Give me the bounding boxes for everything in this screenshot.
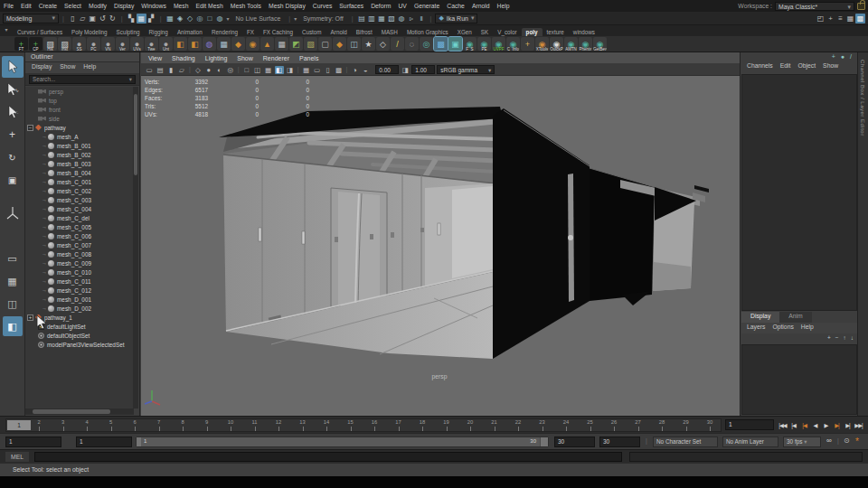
shelf-tab-animation[interactable]: Animation (173, 28, 207, 36)
range-end-handle[interactable] (540, 437, 548, 446)
range-slider-bar[interactable]: 1 30 (136, 436, 549, 447)
shelf-button-Ver[interactable]: ●Ver (116, 37, 129, 51)
shelf-tab-rendering[interactable]: Rendering (207, 28, 242, 36)
snap-together-icon[interactable]: ▦ (845, 14, 855, 23)
highlight-selection-icon[interactable]: ▩ (855, 14, 865, 23)
shelf-button-tool-16[interactable]: ◉ (246, 37, 259, 51)
two-pane-icon[interactable]: ◫ (253, 66, 262, 74)
exposure-icon[interactable]: ◑ (350, 66, 359, 74)
shelf-button-tool-22[interactable]: ◆ (333, 37, 346, 51)
command-input[interactable] (34, 452, 622, 462)
shelf-button-His[interactable]: ▨His (43, 37, 57, 51)
menu-edit[interactable]: Edit (17, 3, 35, 9)
shelf-button-PC[interactable]: ●PC (87, 37, 100, 51)
view-transform-dropdown[interactable]: sRGB gamma ▾ (437, 65, 495, 74)
graph-editor-icon[interactable]: ⊙ (844, 436, 850, 445)
speed-state-icon[interactable]: ● (841, 53, 844, 61)
shelf-button-SS[interactable]: ●SS (72, 37, 86, 51)
step-forward-frame-button[interactable]: ▶| (843, 422, 853, 428)
menu-uv[interactable]: UV (394, 3, 410, 9)
launch-render-view-icon[interactable]: ▹ (407, 14, 417, 23)
chevron-down-icon[interactable]: ▾ (226, 15, 229, 22)
menu-curves[interactable]: Curves (309, 3, 336, 9)
outliner-menu-display[interactable]: Display (32, 63, 52, 73)
shelf-tab-fx-caching[interactable]: FX Caching (259, 28, 297, 36)
bookmarks-icon[interactable]: ▮ (166, 66, 175, 74)
command-language-switch[interactable]: MEL (5, 452, 29, 462)
outliner-item-pathway[interactable]: −pathway (25, 123, 134, 132)
shelf-button-UVs[interactable]: ●UVs (130, 37, 144, 51)
menu-file[interactable]: File (0, 3, 17, 9)
shelf-button-tool-20[interactable]: ▧ (304, 37, 317, 51)
menu-edit-mesh[interactable]: Edit Mesh (193, 3, 227, 9)
ipr-render-icon[interactable]: ▧ (387, 14, 397, 23)
outliner-item-mesh_C_012[interactable]: →mesh_C_012 (25, 286, 134, 295)
menu-modify[interactable]: Modify (85, 3, 110, 9)
shelf-button-XTools[interactable]: ◉XTools (535, 37, 549, 51)
layer-editor-menu-options[interactable]: Options (772, 324, 793, 333)
anim-layer-menu[interactable]: No Anim Layer (722, 436, 778, 447)
two-pane-layout-button[interactable]: ◫ (3, 294, 23, 314)
shelf-button-AMTN[interactable]: ◉AMTN (564, 37, 578, 51)
outliner-item-mesh_B_001[interactable]: →mesh_B_001 (25, 141, 134, 150)
time-slider-ruler[interactable]: 1 23456789101112131415161718192021222324… (5, 418, 722, 432)
shelf-tab-poly-modeling[interactable]: Poly Modeling (67, 28, 112, 36)
snap-projected-center-icon[interactable]: ◎ (194, 14, 204, 23)
perspective-viewport[interactable]: ViewShadingLightingShowRendererPanels ▭▤… (141, 52, 740, 416)
step-back-frame-button[interactable]: |◀ (788, 422, 798, 428)
shelf-button-Unt[interactable]: ●Unt (159, 37, 173, 51)
outliner-item-mesh_C_001[interactable]: →mesh_C_001 (25, 177, 134, 186)
layer-editor-tab-display[interactable]: Display (741, 312, 779, 323)
shelf-tab-sculpting[interactable]: Sculpting (112, 28, 145, 36)
outliner-item-mesh_C_003[interactable]: →mesh_C_003 (25, 195, 134, 204)
viewport-menu-lighting[interactable]: Lighting (205, 55, 228, 61)
shelf-button-tool-29[interactable]: ▩ (434, 37, 448, 51)
snap-grid-icon[interactable]: ▦ (165, 14, 175, 23)
move-tool[interactable]: + (2, 124, 24, 145)
live-surface-field[interactable]: No Live Surface (231, 15, 286, 22)
move-layer-up-icon[interactable]: ↑ (844, 334, 846, 341)
layer-list-area[interactable] (741, 344, 857, 415)
shelf-button-tool-12[interactable]: ◧ (188, 37, 202, 51)
axis-orientation-icon[interactable] (2, 202, 24, 223)
symmetry-field[interactable]: Symmetry: Off (298, 15, 348, 22)
lasso-tool[interactable]: ∿ (2, 79, 24, 100)
shelf-button-tool-23[interactable]: ◫ (347, 37, 361, 51)
range-start-handle[interactable] (137, 437, 141, 446)
shelf-button-tool-11[interactable]: ◧ (174, 37, 187, 51)
outliner-menu-help[interactable]: Help (83, 63, 96, 73)
menu-create[interactable]: Create (35, 3, 61, 9)
shelf-button-VN[interactable]: ●VN (101, 37, 115, 51)
shelf-button-GetBev[interactable]: ◉GetBev (593, 37, 607, 51)
fps-dropdown[interactable]: 30 fps ▾ (783, 436, 821, 447)
lock-workspace-icon[interactable] (857, 3, 865, 10)
viewport-menu-show[interactable]: Show (237, 55, 253, 61)
viewport-3d-scene[interactable] (141, 76, 740, 416)
shelf-button-tool-35[interactable]: + (521, 37, 534, 51)
rotate-tool[interactable]: ↻ (2, 146, 24, 168)
single-pane-icon[interactable]: □ (242, 66, 251, 74)
object-mode-icon[interactable]: ▦ (137, 14, 146, 23)
shelf-button-PE[interactable]: ◉PE (477, 37, 491, 51)
wireframe-icon[interactable]: ◇ (193, 66, 203, 74)
select-tool[interactable] (2, 56, 24, 78)
xray-icon[interactable]: ◨ (286, 66, 295, 74)
viewport-menu-shading[interactable]: Shading (172, 55, 195, 61)
outliner-item-mesh_C_008[interactable]: →mesh_C_008 (25, 249, 134, 258)
outliner-item-mesh_C_007[interactable]: →mesh_C_007 (25, 240, 134, 249)
shelf-tab-bifrost[interactable]: Bifrost (352, 28, 377, 36)
go-to-start-button[interactable]: |◀◀ (778, 422, 788, 428)
image-plane-icon[interactable]: ▱ (177, 66, 186, 74)
layer-editor-menu-help[interactable]: Help (801, 324, 814, 333)
shelf-button-tool-14[interactable]: ▦ (217, 37, 231, 51)
exposure-field[interactable]: 0.00 (375, 65, 399, 74)
channel-box-tab-label[interactable]: Channel Box / Layer Editor (860, 60, 865, 136)
menu-windows[interactable]: Windows (137, 3, 170, 9)
pause-viewport-icon[interactable]: ‖ (417, 14, 427, 23)
construction-history-icon[interactable]: ▤ (357, 14, 367, 23)
shelf-button-Twe[interactable]: ●Twe (145, 37, 158, 51)
outliner-menu-show[interactable]: Show (60, 63, 75, 73)
scale-tool[interactable]: ▣ (2, 169, 24, 191)
gamma-field[interactable]: 1.00 (411, 65, 435, 74)
menu-set-dropdown[interactable]: Modeling ▾ (3, 14, 59, 23)
